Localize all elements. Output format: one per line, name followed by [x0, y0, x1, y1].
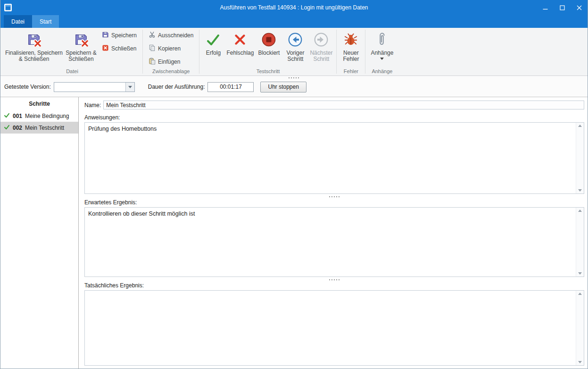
- finalize-save-close-label: Finalisieren, Speichern & Schließen: [5, 50, 63, 62]
- copy-label: Kopieren: [158, 45, 181, 52]
- failure-x-icon: [233, 31, 247, 48]
- ribbon-group-datei: Finalisieren, Speichern & Schließen: [2, 28, 142, 75]
- paperclip-icon: [376, 31, 388, 48]
- attachments-button[interactable]: Anhänge: [367, 29, 397, 68]
- tested-version-label: Getestete Version:: [4, 84, 51, 90]
- sub-toolbar: Getestete Version: Dauer der Ausführung:…: [0, 76, 588, 97]
- splitter-grip[interactable]: [329, 279, 340, 280]
- ribbon-group-zwischenablage: Ausschneiden Kopieren: [143, 28, 199, 75]
- tab-datei[interactable]: Datei: [4, 15, 32, 28]
- step-check-icon: [4, 124, 10, 132]
- failure-button[interactable]: Fehlschlag: [225, 29, 255, 68]
- save-finalize-icon: [27, 31, 41, 48]
- save-icon: [102, 31, 109, 40]
- next-arrow-icon: [314, 31, 329, 48]
- step-list-item-selected[interactable]: 002 Mein Testschritt: [0, 122, 78, 134]
- maximize-button[interactable]: [554, 0, 571, 15]
- duration-input[interactable]: [207, 82, 254, 92]
- window-title: Ausführen von Testfall 140934 : Login mi…: [0, 4, 588, 11]
- cut-button[interactable]: Ausschneiden: [147, 30, 195, 41]
- blocked-stop-icon: [261, 31, 276, 48]
- step-number: 002: [13, 125, 22, 131]
- save-button[interactable]: Speichern: [100, 30, 139, 41]
- close-icon: [577, 5, 582, 10]
- close-ribbon-button[interactable]: Schließen: [100, 43, 139, 54]
- bug-icon: [344, 31, 358, 48]
- content-area: Schritte 001 Meine Bedingung 002 Mein Te…: [0, 97, 588, 369]
- tab-start[interactable]: Start: [32, 15, 59, 28]
- stop-clock-button[interactable]: Uhr stoppen: [260, 82, 306, 92]
- app-window: Ausführen von Testfall 140934 : Login mi…: [0, 0, 588, 369]
- app-icon[interactable]: [4, 3, 12, 12]
- ribbon-group-testschritt: Erfolg Fehlschlag: [199, 28, 336, 75]
- step-detail-pane: Name: Anweisungen: Prüfung des Homebutto…: [79, 97, 588, 369]
- group-label-zwischenablage: Zwischenablage: [143, 68, 199, 75]
- name-label: Name:: [84, 102, 101, 109]
- close-ribbon-label: Schließen: [111, 45, 136, 52]
- vertical-scrollbar[interactable]: [576, 291, 584, 365]
- instructions-text: Prüfung des Homebuttons: [85, 123, 584, 135]
- scroll-down-icon[interactable]: [578, 272, 582, 275]
- close-button[interactable]: [571, 0, 588, 15]
- ribbon-splitter-grip[interactable]: [289, 77, 299, 78]
- previous-step-label: Voriger Schritt: [283, 50, 307, 62]
- attachments-dropdown-icon: [380, 58, 384, 60]
- step-check-icon: [4, 112, 10, 120]
- expected-result-label: Erwartetes Ergebnis:: [84, 199, 584, 206]
- save-and-close-label: Speichern & Schließen: [65, 50, 97, 62]
- step-label: Meine Bedingung: [25, 113, 69, 119]
- scroll-up-icon[interactable]: [578, 125, 582, 127]
- vertical-scrollbar[interactable]: [576, 208, 584, 277]
- paste-button[interactable]: Einfügen: [147, 57, 195, 67]
- success-button[interactable]: Erfolg: [201, 29, 225, 68]
- blocked-label: Blockiert: [258, 50, 280, 56]
- next-step-label: Nächster Schritt: [309, 50, 333, 62]
- group-label-testschritt: Testschritt: [199, 68, 336, 75]
- new-error-button[interactable]: Neuer Fehler: [339, 29, 363, 68]
- previous-arrow-icon: [288, 31, 303, 48]
- titlebar: Ausführen von Testfall 140934 : Login mi…: [0, 0, 588, 15]
- splitter-grip[interactable]: [329, 196, 340, 197]
- blocked-button[interactable]: Blockiert: [255, 29, 282, 68]
- minimize-button[interactable]: [537, 0, 554, 15]
- save-close-icon: [74, 31, 88, 48]
- actual-result-textarea[interactable]: [84, 290, 584, 366]
- finalize-save-close-button[interactable]: Finalisieren, Speichern & Schließen: [4, 29, 64, 68]
- scroll-up-icon[interactable]: [578, 293, 582, 295]
- failure-label: Fehlschlag: [226, 50, 254, 56]
- tested-version-value: [54, 83, 125, 92]
- combobox-dropdown-button[interactable]: [125, 83, 134, 92]
- actual-result-text: [85, 291, 584, 295]
- copy-button[interactable]: Kopieren: [147, 43, 195, 54]
- success-label: Erfolg: [206, 50, 221, 56]
- window-controls: [537, 0, 588, 15]
- steps-header: Schritte: [0, 97, 78, 110]
- instructions-textarea[interactable]: Prüfung des Homebuttons: [84, 122, 584, 194]
- save-and-close-button[interactable]: Speichern & Schließen: [64, 29, 98, 68]
- maximize-icon: [560, 5, 565, 10]
- scroll-down-icon[interactable]: [578, 361, 582, 363]
- instructions-label: Anweisungen:: [84, 114, 584, 121]
- step-label: Mein Testschritt: [25, 125, 64, 131]
- save-label: Speichern: [111, 32, 137, 39]
- step-list-item[interactable]: 001 Meine Bedingung: [0, 110, 78, 122]
- chevron-down-icon: [128, 86, 132, 88]
- previous-step-button[interactable]: Voriger Schritt: [282, 29, 308, 68]
- tested-version-combobox[interactable]: [54, 82, 135, 92]
- expected-result-text: Kontrollieren ob dieser Schritt möglich …: [85, 208, 584, 220]
- scroll-up-icon[interactable]: [578, 210, 582, 212]
- new-error-label: Neuer Fehler: [340, 50, 362, 62]
- step-number: 001: [13, 113, 22, 119]
- ribbon: Finalisieren, Speichern & Schließen: [0, 28, 588, 76]
- scroll-down-icon[interactable]: [578, 189, 582, 192]
- steps-sidebar: Schritte 001 Meine Bedingung 002 Mein Te…: [0, 97, 79, 369]
- attachments-label: Anhänge: [371, 50, 393, 56]
- expected-result-textarea[interactable]: Kontrollieren ob dieser Schritt möglich …: [84, 207, 584, 277]
- ribbon-group-fehler: Neuer Fehler Fehler: [337, 28, 365, 75]
- vertical-scrollbar[interactable]: [576, 123, 584, 193]
- paste-label: Einfügen: [158, 59, 180, 65]
- actual-result-label: Tatsächliches Ergebnis:: [84, 282, 584, 289]
- name-input[interactable]: [103, 101, 584, 109]
- success-check-icon: [206, 31, 221, 48]
- group-label-datei: Datei: [2, 68, 142, 75]
